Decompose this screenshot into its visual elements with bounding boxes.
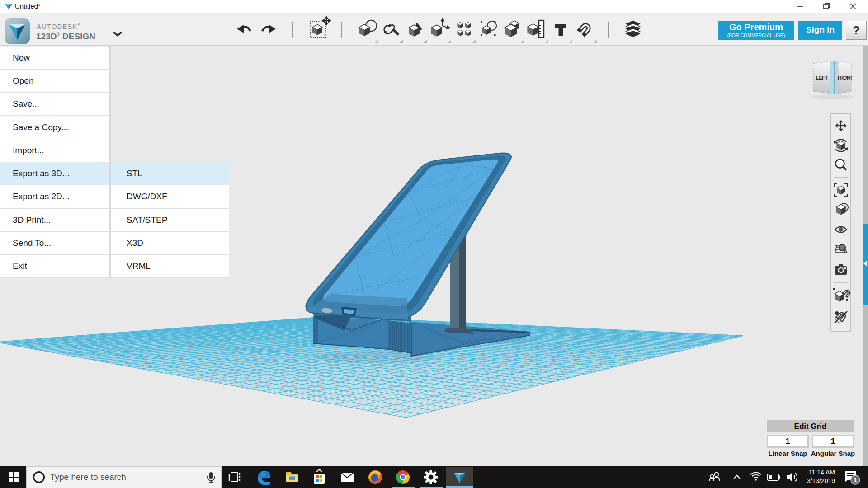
svg-text:1: 1 xyxy=(854,476,857,483)
